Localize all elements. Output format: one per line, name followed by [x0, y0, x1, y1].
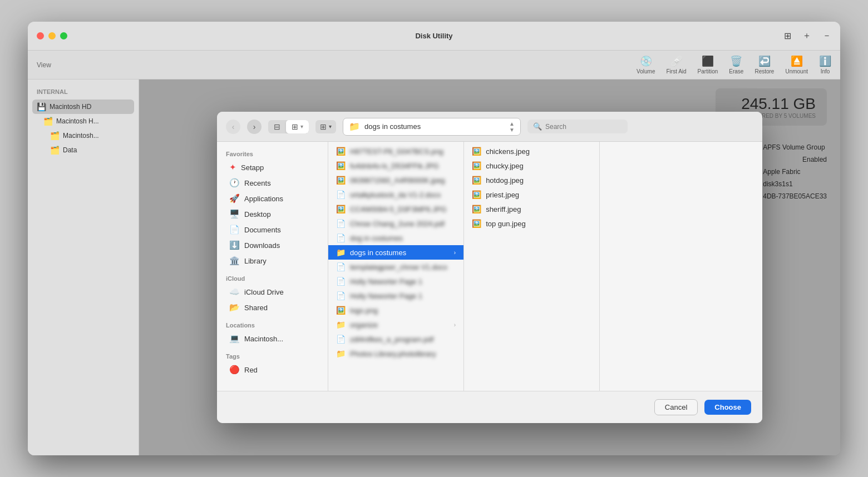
file-item[interactable]: 📄templategpser_chnse V1.docx — [328, 260, 463, 274]
locations-section: Locations 💻 Macintosh... — [217, 320, 328, 346]
sidebar-item-recents[interactable]: 🕐 Recents — [220, 175, 324, 191]
volume-button[interactable]: 💿 Volume — [637, 55, 655, 74]
add-icon[interactable]: ＋ — [802, 30, 811, 42]
file-item[interactable]: 📄dog in costumes — [328, 231, 463, 245]
file-name: Chnse Chang_2une 2024.pdf — [350, 220, 456, 228]
file-icon: 📄 — [336, 190, 346, 199]
file-item[interactable]: 🖼️chucky.jpeg — [464, 158, 599, 173]
sidebar-item-library[interactable]: 🏛️ Library — [220, 253, 324, 269]
file-item[interactable]: 🖼️H87TEST-P8_G047BCS.png — [328, 144, 463, 158]
sidebar-item-documents[interactable]: 📄 Documents — [220, 222, 324, 237]
file-item[interactable]: 🖼️logo.png — [328, 303, 463, 317]
file-item[interactable]: 📁organize› — [328, 317, 463, 332]
volume-folder-icon: 🗂️ — [43, 117, 53, 126]
file-item[interactable]: 📄Chnse Chang_2une 2024.pdf — [328, 216, 463, 231]
file-icon: 🖼️ — [472, 147, 481, 156]
file-item[interactable]: 🖼️CC4W0084-5_D3F3MP6.JPG — [328, 202, 463, 216]
search-input[interactable] — [545, 123, 622, 131]
sidebar-item-tag-red[interactable]: 🔴 Red — [220, 362, 324, 377]
cancel-button[interactable]: Cancel — [654, 399, 698, 415]
file-name: sheriff.jpeg — [486, 205, 591, 213]
sidebar-item-macintosh[interactable]: 💻 Macintosh... — [220, 331, 324, 346]
fp-column-1: 🖼️H87TEST-P8_G047BCS.png🖼️fu4dnb4s-ls_D5… — [328, 142, 464, 391]
info-button[interactable]: ℹ️ Info — [819, 55, 831, 74]
sidebar-item-icloud-drive[interactable]: ☁️ iCloud Drive — [220, 284, 324, 300]
du-sidebar-item-macintosh-hd[interactable]: 💾 Macintosh HD — [32, 100, 134, 114]
du-sidebar-item-macintosh-h2[interactable]: 🗂️ Macintosh H... — [32, 114, 134, 128]
back-button[interactable]: ‹ — [226, 120, 240, 134]
file-item[interactable]: 🖼️0639871560_A4R9000K.jpeg — [328, 173, 463, 187]
sidebar-item-label-library: Library — [244, 257, 267, 265]
file-icon: 📁 — [336, 248, 346, 257]
location-bar[interactable]: 📁 dogs in costumes ▲ ▼ — [343, 118, 521, 136]
tags-label: Tags — [217, 351, 328, 362]
first-aid-button[interactable]: 🩹 First Aid — [666, 55, 686, 74]
search-field[interactable]: 🔍 — [527, 120, 628, 133]
file-item[interactable]: 📄ortalkplustock_da V1-2.docx — [328, 187, 463, 202]
du-sidebar-item-label: Macintosh H... — [56, 117, 99, 125]
restore-button[interactable]: ↩️ Restore — [754, 55, 774, 74]
macintosh-icon: 💻 — [229, 334, 240, 344]
view-label[interactable]: View — [37, 61, 51, 69]
file-icon: 🖼️ — [472, 161, 481, 170]
icloud-label: iCloud — [217, 273, 328, 284]
du-sidebar-item-macintosh-sub[interactable]: 🗂️ Macintosh... — [32, 128, 134, 143]
dropdown-arrow: ▾ — [329, 123, 332, 130]
data-icon: 🗂️ — [50, 146, 60, 155]
du-sidebar-item-data[interactable]: 🗂️ Data — [32, 143, 134, 157]
desktop-icon: 🖥️ — [229, 209, 240, 219]
sidebar-item-label-macintosh: Macintosh... — [244, 335, 283, 343]
location-stepper[interactable]: ▲ ▼ — [509, 121, 515, 133]
close-button[interactable] — [37, 32, 44, 39]
erase-button[interactable]: 🗑️ Erase — [729, 55, 743, 74]
sidebar-item-setapp[interactable]: ✦ Setapp — [220, 160, 324, 175]
sidebar-item-shared[interactable]: 📂 Shared — [220, 300, 324, 315]
grid-icon: ⊞ — [320, 122, 327, 131]
recents-icon: 🕐 — [229, 178, 240, 188]
file-item[interactable]: 📄zdl4ntfkes_a_program.pdf — [328, 332, 463, 346]
file-icon: 🖼️ — [336, 205, 346, 213]
minimize-button[interactable] — [48, 32, 56, 39]
file-icon: 🖼️ — [472, 219, 481, 228]
maximize-button[interactable] — [60, 32, 67, 39]
first-aid-icon: 🩹 — [670, 55, 683, 67]
file-name: H87TEST-P8_G047BCS.png — [350, 147, 456, 156]
file-item[interactable]: 🖼️hotdog.jpeg — [464, 173, 599, 187]
shared-icon: 📂 — [229, 302, 240, 312]
forward-button[interactable]: › — [247, 120, 262, 134]
file-item[interactable]: 🖼️priest.jpeg — [464, 187, 599, 202]
downloads-icon: ⬇️ — [229, 240, 240, 250]
view-dropdown[interactable]: ⊞ ▾ — [315, 120, 336, 133]
up-arrow: ▲ — [509, 121, 515, 127]
choose-button[interactable]: Choose — [704, 400, 751, 415]
file-item[interactable]: 🖼️top gun.jpeg — [464, 216, 599, 231]
du-content: Internal 💾 Macintosh HD 🗂️ Macintosh H..… — [28, 80, 840, 455]
library-icon: 🏛️ — [229, 256, 240, 266]
macintosh-hd-icon: 💾 — [37, 102, 46, 111]
icloud-drive-icon: ☁️ — [229, 287, 240, 297]
file-item[interactable]: 📄Holly Neworter Page 1 — [328, 289, 463, 303]
file-name: chucky.jpeg — [486, 162, 591, 170]
sidebar-item-downloads[interactable]: ⬇️ Downloads — [220, 237, 324, 253]
file-item[interactable]: 🖼️sheriff.jpeg — [464, 202, 599, 216]
partition-button[interactable]: ⬛ Partition — [698, 55, 718, 74]
fp-column-3 — [600, 142, 762, 391]
file-item[interactable]: 📁dogs in costumes› — [328, 245, 463, 260]
sidebar-item-desktop[interactable]: 🖥️ Desktop — [220, 206, 324, 222]
minus-icon[interactable]: － — [822, 30, 831, 42]
file-icon: 📄 — [336, 262, 346, 271]
unmount-button[interactable]: ⏏️ Unmount — [785, 55, 808, 74]
file-name: zdl4ntfkes_a_program.pdf — [350, 335, 456, 344]
file-item[interactable]: 🖼️chickens.jpeg — [464, 144, 599, 158]
traffic-lights — [37, 32, 67, 39]
file-item[interactable]: 📄Holly Neworter Page 1 — [328, 274, 463, 289]
sidebar-item-applications[interactable]: 🚀 Applications — [220, 191, 324, 206]
view-icon[interactable]: ⊞ — [784, 31, 791, 41]
file-item[interactable]: 🖼️fu4dnb4s-ls_D534FFik.JPG — [328, 158, 463, 173]
grid-view-button[interactable]: ⊞ ▾ — [286, 120, 309, 133]
volume-icon: 💿 — [640, 55, 652, 67]
file-item[interactable]: 📁Photos Library.photolibrary — [328, 346, 463, 361]
column-view-button[interactable]: ⊟ — [268, 120, 286, 133]
file-name: logo.png — [350, 306, 456, 315]
sidebar-item-label-desktop: Desktop — [244, 210, 271, 218]
